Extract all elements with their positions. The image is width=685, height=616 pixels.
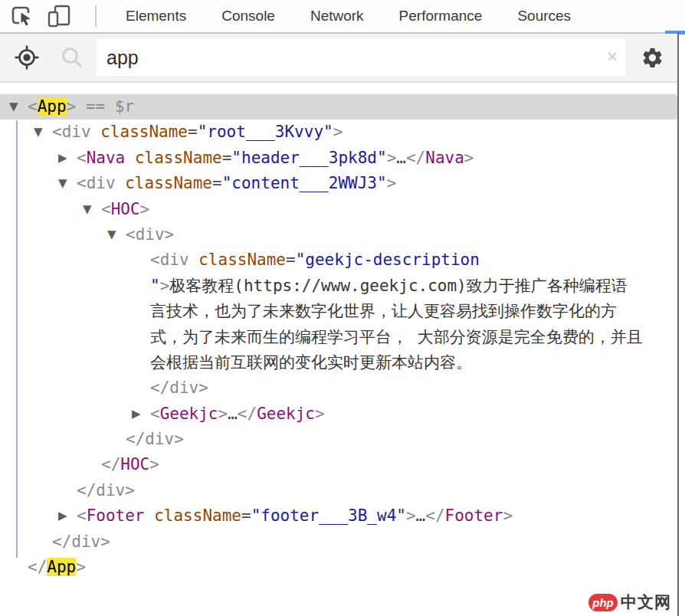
code-span: </div> (126, 430, 184, 448)
code-span: = (222, 149, 232, 167)
code-span: Footer (87, 506, 145, 525)
tree-row[interactable]: </App> (0, 555, 677, 580)
code-span: > (333, 123, 343, 141)
code-span (145, 506, 155, 525)
tree-row[interactable]: ">极客教程(https://www.geekjc.com)致力于推广各种编程语 (0, 274, 677, 299)
collapse-arrow-icon[interactable]: ▼ (83, 197, 92, 222)
panel-right-border (677, 32, 679, 616)
tree-row[interactable]: 言技术，也为了未来数字化世界，让人更容易找到操作数字化的方 (0, 299, 677, 324)
settings-gear-icon[interactable] (641, 46, 664, 70)
code-span: Geekjc (160, 405, 218, 423)
code-span: className (125, 174, 212, 192)
tree-row[interactable]: </div> (0, 478, 677, 503)
code-span: HOC (120, 455, 149, 473)
code-span: > (387, 174, 397, 192)
tree-row[interactable]: 会根据当前互联网的变化实时更新本站内容。 (0, 350, 677, 375)
select-element-target-icon[interactable] (14, 44, 40, 70)
tree-row[interactable]: </div> (0, 427, 677, 452)
tree-row[interactable]: ▼<div> (0, 222, 677, 247)
code-span: < (101, 200, 111, 218)
code-span: className (100, 123, 188, 141)
tab-elements[interactable]: Elements (126, 0, 186, 32)
tree-row[interactable]: ▶<Nava className="header___3pk8d">…</Nav… (0, 146, 677, 171)
tab-network[interactable]: Network (310, 0, 364, 32)
search-box: × (97, 39, 625, 76)
code-span: = (188, 123, 198, 141)
expand-arrow-icon[interactable]: ▶ (58, 503, 67, 529)
tree-row[interactable]: ▶<Geekjc>…</Geekjc> (0, 401, 677, 427)
code-span: 会根据当前互联网的变化实时更新本站内容。 (150, 353, 472, 372)
search-input[interactable] (97, 39, 625, 76)
code-span: Geekjc (257, 405, 315, 423)
code-span: < (150, 405, 160, 423)
react-devtools-toolbar: × (0, 34, 679, 83)
tree-row[interactable]: ▼<HOC> (0, 197, 677, 222)
tree-row[interactable]: ▼<App> == $r (0, 94, 677, 120)
code-span: > (218, 405, 228, 423)
php-cn-watermark: php 中文网 (588, 591, 671, 613)
code-span: "header___3pk8d" (231, 149, 386, 167)
tree-row[interactable]: </div> (0, 529, 677, 555)
tab-console[interactable]: Console (221, 0, 275, 32)
code-span: … (396, 149, 406, 167)
tree-row[interactable]: 式，为了未来而生的编程学习平台， 大部分资源是完全免费的，并且 (0, 325, 677, 350)
code-span: className (154, 506, 241, 525)
code-span: </ (28, 558, 47, 576)
code-span: <div> (126, 225, 174, 244)
code-span: </ (425, 506, 444, 525)
code-span: " (150, 277, 160, 295)
code-span: > (140, 200, 150, 218)
code-span: </ (101, 455, 120, 473)
tree-row[interactable]: </HOC> (0, 452, 677, 477)
devtools-tabs: ElementsConsoleNetworkPerformanceSources (126, 0, 571, 32)
code-span (125, 149, 135, 167)
tree-row[interactable]: ▶<Footer className="footer___3B_w4">…</F… (0, 503, 677, 529)
device-toolbar-icon[interactable] (46, 4, 72, 28)
search-icon (60, 45, 84, 70)
tree-row[interactable]: <div className="geekjc-description (0, 247, 677, 273)
php-logo-badge: php (588, 594, 618, 611)
code-span: Footer (445, 506, 503, 525)
tree-row[interactable]: </div> (0, 375, 677, 401)
tab-performance[interactable]: Performance (399, 0, 483, 32)
toolbar-separator (95, 5, 97, 27)
code-span: Nava (425, 149, 464, 167)
code-span: > (76, 558, 86, 576)
code-span: 式，为了未来而生的编程学习平台， 大部分资源是完全免费的，并且 (150, 328, 643, 346)
devtools-tab-bar: ElementsConsoleNetworkPerformanceSources (0, 0, 685, 32)
code-span: < (77, 506, 87, 525)
code-span: > (160, 277, 170, 295)
code-span: … (228, 405, 238, 423)
component-tree: ▼<App> == $r▼<div className="root___3Kvv… (0, 84, 677, 616)
expand-arrow-icon[interactable]: ▶ (58, 146, 67, 171)
code-span: Nava (87, 149, 126, 167)
code-span: </div> (150, 378, 208, 397)
code-span: > (67, 97, 77, 116)
tab-bar-icons (0, 4, 97, 28)
code-span: < (77, 149, 87, 167)
collapse-arrow-icon[interactable]: ▼ (9, 94, 18, 120)
code-span: < (28, 97, 38, 116)
code-span: className (198, 251, 286, 269)
code-span: > (503, 506, 513, 525)
code-span: </ (238, 405, 257, 423)
collapse-arrow-icon[interactable]: ▼ (107, 222, 116, 247)
code-span (76, 97, 86, 116)
code-span: "root___3Kvvy" (198, 123, 333, 141)
tree-row[interactable]: ▼<div className="root___3Kvvy"> (0, 120, 677, 145)
code-span: App (38, 97, 67, 116)
code-span: > (149, 455, 159, 473)
tree-row[interactable]: ▼<div className="content___2WWJ3"> (0, 171, 677, 196)
inspect-element-icon[interactable] (9, 4, 34, 28)
tab-sources[interactable]: Sources (517, 0, 571, 32)
code-span: </ (406, 149, 425, 167)
clear-search-icon[interactable]: × (607, 48, 618, 66)
code-span: <div (150, 251, 198, 269)
collapse-arrow-icon[interactable]: ▼ (58, 171, 67, 196)
code-span: = (286, 251, 296, 269)
expand-arrow-icon[interactable]: ▶ (132, 401, 141, 427)
code-span: 极客教程(https://www.geekjc.com)致力于推广各种编程语 (169, 277, 627, 295)
collapse-arrow-icon[interactable]: ▼ (34, 120, 43, 145)
code-span: HOC (111, 200, 140, 218)
code-span: <div (77, 174, 125, 192)
